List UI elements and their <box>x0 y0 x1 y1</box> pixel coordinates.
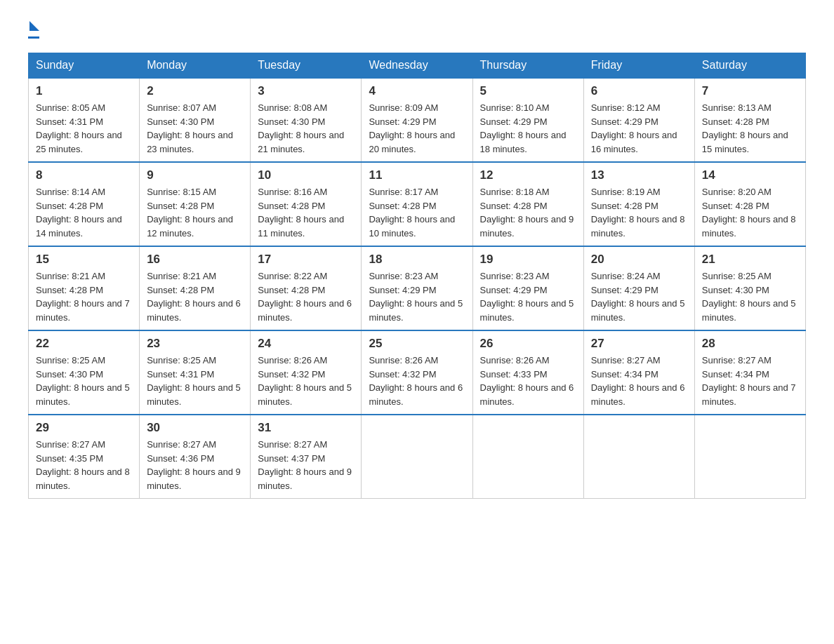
day-info: Sunrise: 8:26 AMSunset: 4:33 PMDaylight:… <box>480 355 574 407</box>
day-info: Sunrise: 8:09 AMSunset: 4:29 PMDaylight:… <box>369 102 455 154</box>
day-info: Sunrise: 8:07 AMSunset: 4:30 PMDaylight:… <box>147 102 233 154</box>
calendar-cell <box>583 415 694 499</box>
calendar-cell: 13 Sunrise: 8:19 AMSunset: 4:28 PMDaylig… <box>583 162 694 246</box>
day-number: 6 <box>591 84 687 98</box>
day-number: 3 <box>258 84 354 98</box>
day-number: 2 <box>147 84 243 98</box>
day-number: 28 <box>702 337 798 351</box>
calendar-cell: 10 Sunrise: 8:16 AMSunset: 4:28 PMDaylig… <box>251 162 362 246</box>
calendar-cell: 15 Sunrise: 8:21 AMSunset: 4:28 PMDaylig… <box>29 246 140 330</box>
day-number: 21 <box>702 253 798 267</box>
calendar-cell: 2 Sunrise: 8:07 AMSunset: 4:30 PMDayligh… <box>140 78 251 162</box>
day-info: Sunrise: 8:08 AMSunset: 4:30 PMDaylight:… <box>258 102 344 154</box>
day-info: Sunrise: 8:20 AMSunset: 4:28 PMDaylight:… <box>702 187 796 239</box>
day-info: Sunrise: 8:16 AMSunset: 4:28 PMDaylight:… <box>258 187 344 239</box>
day-info: Sunrise: 8:27 AMSunset: 4:34 PMDaylight:… <box>591 355 685 407</box>
logo <box>28 21 39 39</box>
calendar-cell <box>694 415 805 499</box>
calendar-cell: 23 Sunrise: 8:25 AMSunset: 4:31 PMDaylig… <box>140 330 251 415</box>
day-info: Sunrise: 8:19 AMSunset: 4:28 PMDaylight:… <box>591 187 685 239</box>
day-number: 17 <box>258 253 354 267</box>
day-number: 5 <box>480 84 576 98</box>
calendar-cell: 19 Sunrise: 8:23 AMSunset: 4:29 PMDaylig… <box>472 246 583 330</box>
header-row: SundayMondayTuesdayWednesdayThursdayFrid… <box>29 53 806 79</box>
day-info: Sunrise: 8:14 AMSunset: 4:28 PMDaylight:… <box>36 187 122 239</box>
calendar-cell: 18 Sunrise: 8:23 AMSunset: 4:29 PMDaylig… <box>362 246 472 330</box>
day-header-tuesday: Tuesday <box>251 53 362 79</box>
day-info: Sunrise: 8:25 AMSunset: 4:30 PMDaylight:… <box>702 271 796 323</box>
day-info: Sunrise: 8:27 AMSunset: 4:36 PMDaylight:… <box>147 439 241 491</box>
day-info: Sunrise: 8:21 AMSunset: 4:28 PMDaylight:… <box>36 271 130 323</box>
day-info: Sunrise: 8:27 AMSunset: 4:34 PMDaylight:… <box>702 355 796 407</box>
calendar-cell: 14 Sunrise: 8:20 AMSunset: 4:28 PMDaylig… <box>694 162 805 246</box>
logo-underline <box>28 36 39 39</box>
day-header-wednesday: Wednesday <box>362 53 472 79</box>
day-number: 24 <box>258 337 354 351</box>
calendar-cell: 27 Sunrise: 8:27 AMSunset: 4:34 PMDaylig… <box>583 330 694 415</box>
day-info: Sunrise: 8:12 AMSunset: 4:29 PMDaylight:… <box>591 102 677 154</box>
week-row-5: 29 Sunrise: 8:27 AMSunset: 4:35 PMDaylig… <box>29 415 806 499</box>
calendar-cell: 5 Sunrise: 8:10 AMSunset: 4:29 PMDayligh… <box>472 78 583 162</box>
day-info: Sunrise: 8:26 AMSunset: 4:32 PMDaylight:… <box>369 355 463 407</box>
calendar-cell: 20 Sunrise: 8:24 AMSunset: 4:29 PMDaylig… <box>583 246 694 330</box>
calendar-table: SundayMondayTuesdayWednesdayThursdayFrid… <box>28 53 806 499</box>
day-info: Sunrise: 8:23 AMSunset: 4:29 PMDaylight:… <box>369 271 463 323</box>
day-info: Sunrise: 8:05 AMSunset: 4:31 PMDaylight:… <box>36 102 122 154</box>
day-info: Sunrise: 8:27 AMSunset: 4:35 PMDaylight:… <box>36 439 130 491</box>
week-row-3: 15 Sunrise: 8:21 AMSunset: 4:28 PMDaylig… <box>29 246 806 330</box>
day-number: 4 <box>369 84 465 98</box>
day-number: 1 <box>36 84 132 98</box>
calendar-cell: 21 Sunrise: 8:25 AMSunset: 4:30 PMDaylig… <box>694 246 805 330</box>
calendar-cell: 9 Sunrise: 8:15 AMSunset: 4:28 PMDayligh… <box>140 162 251 246</box>
calendar-cell: 16 Sunrise: 8:21 AMSunset: 4:28 PMDaylig… <box>140 246 251 330</box>
day-number: 27 <box>591 337 687 351</box>
calendar-cell: 12 Sunrise: 8:18 AMSunset: 4:28 PMDaylig… <box>472 162 583 246</box>
day-info: Sunrise: 8:22 AMSunset: 4:28 PMDaylight:… <box>258 271 352 323</box>
day-info: Sunrise: 8:18 AMSunset: 4:28 PMDaylight:… <box>480 187 574 239</box>
day-number: 22 <box>36 337 132 351</box>
week-row-2: 8 Sunrise: 8:14 AMSunset: 4:28 PMDayligh… <box>29 162 806 246</box>
calendar-cell: 24 Sunrise: 8:26 AMSunset: 4:32 PMDaylig… <box>251 330 362 415</box>
calendar-cell: 6 Sunrise: 8:12 AMSunset: 4:29 PMDayligh… <box>583 78 694 162</box>
day-info: Sunrise: 8:21 AMSunset: 4:28 PMDaylight:… <box>147 271 241 323</box>
page-header <box>28 21 806 39</box>
calendar-cell: 25 Sunrise: 8:26 AMSunset: 4:32 PMDaylig… <box>362 330 472 415</box>
calendar-cell: 30 Sunrise: 8:27 AMSunset: 4:36 PMDaylig… <box>140 415 251 499</box>
day-info: Sunrise: 8:24 AMSunset: 4:29 PMDaylight:… <box>591 271 685 323</box>
calendar-cell: 29 Sunrise: 8:27 AMSunset: 4:35 PMDaylig… <box>29 415 140 499</box>
day-header-saturday: Saturday <box>694 53 805 79</box>
calendar-cell <box>472 415 583 499</box>
day-header-friday: Friday <box>583 53 694 79</box>
calendar-cell: 8 Sunrise: 8:14 AMSunset: 4:28 PMDayligh… <box>29 162 140 246</box>
day-info: Sunrise: 8:17 AMSunset: 4:28 PMDaylight:… <box>369 187 455 239</box>
day-header-sunday: Sunday <box>29 53 140 79</box>
day-number: 16 <box>147 253 243 267</box>
day-info: Sunrise: 8:13 AMSunset: 4:28 PMDaylight:… <box>702 102 788 154</box>
day-header-monday: Monday <box>140 53 251 79</box>
day-number: 29 <box>36 421 132 435</box>
calendar-cell: 1 Sunrise: 8:05 AMSunset: 4:31 PMDayligh… <box>29 78 140 162</box>
day-info: Sunrise: 8:23 AMSunset: 4:29 PMDaylight:… <box>480 271 574 323</box>
day-number: 20 <box>591 253 687 267</box>
day-number: 25 <box>369 337 465 351</box>
calendar-cell: 17 Sunrise: 8:22 AMSunset: 4:28 PMDaylig… <box>251 246 362 330</box>
calendar-cell: 4 Sunrise: 8:09 AMSunset: 4:29 PMDayligh… <box>362 78 472 162</box>
calendar-cell: 7 Sunrise: 8:13 AMSunset: 4:28 PMDayligh… <box>694 78 805 162</box>
day-number: 12 <box>480 168 576 182</box>
day-number: 13 <box>591 168 687 182</box>
week-row-1: 1 Sunrise: 8:05 AMSunset: 4:31 PMDayligh… <box>29 78 806 162</box>
calendar-cell: 26 Sunrise: 8:26 AMSunset: 4:33 PMDaylig… <box>472 330 583 415</box>
calendar-cell: 3 Sunrise: 8:08 AMSunset: 4:30 PMDayligh… <box>251 78 362 162</box>
day-number: 9 <box>147 168 243 182</box>
calendar-cell: 22 Sunrise: 8:25 AMSunset: 4:30 PMDaylig… <box>29 330 140 415</box>
calendar-cell: 28 Sunrise: 8:27 AMSunset: 4:34 PMDaylig… <box>694 330 805 415</box>
day-number: 18 <box>369 253 465 267</box>
day-info: Sunrise: 8:25 AMSunset: 4:30 PMDaylight:… <box>36 355 130 407</box>
calendar-cell: 31 Sunrise: 8:27 AMSunset: 4:37 PMDaylig… <box>251 415 362 499</box>
day-number: 26 <box>480 337 576 351</box>
day-number: 14 <box>702 168 798 182</box>
day-number: 15 <box>36 253 132 267</box>
day-number: 10 <box>258 168 354 182</box>
day-info: Sunrise: 8:10 AMSunset: 4:29 PMDaylight:… <box>480 102 567 154</box>
day-number: 23 <box>147 337 243 351</box>
